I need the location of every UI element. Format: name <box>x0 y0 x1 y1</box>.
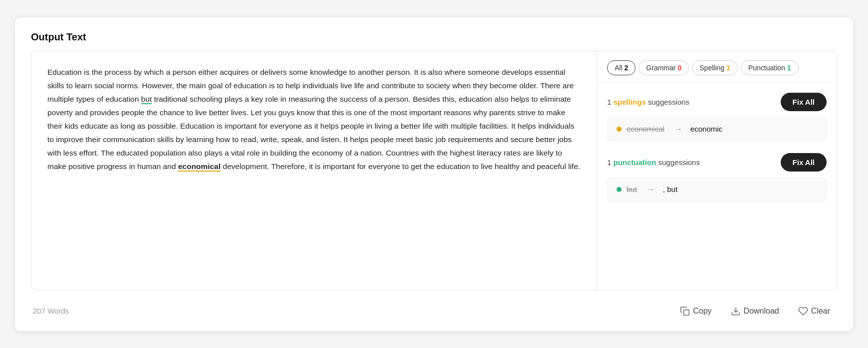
tab-grammar-label: Grammar <box>646 64 675 72</box>
tab-spelling[interactable]: Spelling 1 <box>692 60 738 75</box>
spelling-fix-all-button[interactable]: Fix All <box>781 93 827 111</box>
punctuation-new-word: , but <box>663 185 677 193</box>
tab-spelling-label: Spelling <box>699 64 724 72</box>
page-title: Output Text <box>31 31 837 43</box>
punctuation-suggestion-item: but → , but <box>607 177 827 201</box>
tab-grammar[interactable]: Grammar 0 <box>639 60 689 75</box>
punctuation-suffix: suggessions <box>658 158 700 167</box>
punctuation-count: 1 <box>607 158 611 167</box>
footer-actions: Copy Download Clear <box>675 303 835 319</box>
spelling-type-label: spellings <box>614 98 646 106</box>
main-panel: Education is the process by which a pers… <box>31 51 837 290</box>
highlighted-word-economical: economical <box>178 162 220 171</box>
word-count: 207 Words <box>33 307 69 315</box>
spelling-header: 1 spellings suggessions Fix All <box>607 93 827 111</box>
clear-label: Clear <box>811 307 830 316</box>
download-label: Download <box>744 307 779 316</box>
spelling-title: 1 spellings suggessions <box>607 98 689 106</box>
punctuation-header: 1 punctuation suggessions Fix All <box>607 153 827 172</box>
tab-spelling-count: 1 <box>726 64 730 72</box>
spelling-section: 1 spellings suggessions Fix All economic… <box>607 93 827 141</box>
tab-all[interactable]: All 2 <box>607 60 636 75</box>
copy-label: Copy <box>693 307 711 316</box>
tab-grammar-count: 0 <box>677 64 681 72</box>
output-paragraph: Education is the process by which a pers… <box>47 65 581 174</box>
spelling-old-word: economical <box>627 125 664 133</box>
spelling-count: 1 <box>607 98 611 106</box>
punctuation-fix-all-button[interactable]: Fix All <box>781 153 827 172</box>
clear-button[interactable]: Clear <box>793 303 835 319</box>
main-container: Output Text Education is the process by … <box>15 17 853 331</box>
copy-button[interactable]: Copy <box>675 303 716 319</box>
tab-all-count: 2 <box>625 64 629 72</box>
tab-punctuation[interactable]: Punctuation 1 <box>741 60 799 75</box>
punctuation-title: 1 punctuation suggessions <box>607 158 700 167</box>
suggestions-area: 1 spellings suggessions Fix All economic… <box>597 83 837 290</box>
footer: 207 Words Copy Download <box>31 296 837 321</box>
download-button[interactable]: Download <box>726 303 784 319</box>
download-icon <box>731 306 741 316</box>
spelling-dot-icon <box>617 127 622 132</box>
spelling-suggestion-item: economical → economic <box>607 117 827 141</box>
spelling-arrow-icon: → <box>674 125 682 134</box>
punctuation-arrow-icon: → <box>647 185 655 194</box>
tab-punctuation-label: Punctuation <box>748 64 785 72</box>
sidebar: All 2 Grammar 0 Spelling 1 Punctuation 1 <box>597 51 837 290</box>
copy-icon <box>680 306 690 316</box>
clear-icon <box>798 306 808 316</box>
spelling-suffix: suggessions <box>648 98 689 106</box>
tab-all-label: All <box>615 64 623 72</box>
punctuation-type-label: punctuation <box>614 158 656 167</box>
punctuation-dot-icon <box>617 187 622 192</box>
punctuation-old-word: but <box>627 185 637 193</box>
tabs-bar: All 2 Grammar 0 Spelling 1 Punctuation 1 <box>597 51 837 83</box>
spelling-new-word: economic <box>690 125 722 133</box>
punctuation-section: 1 punctuation suggessions Fix All but → … <box>607 153 827 201</box>
highlighted-word-but: but <box>141 95 152 103</box>
svg-rect-0 <box>684 310 689 315</box>
output-text-area: Education is the process by which a pers… <box>31 51 597 290</box>
tab-punctuation-count: 1 <box>787 64 791 72</box>
